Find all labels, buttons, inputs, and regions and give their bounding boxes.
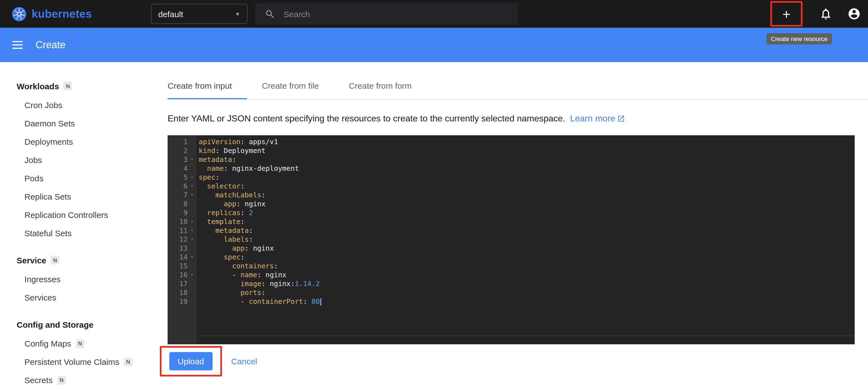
token: app <box>199 200 236 208</box>
new-badge: N <box>124 357 133 366</box>
fold-icon: ▾ <box>188 217 196 226</box>
code-text: ports: <box>196 288 266 297</box>
sidebar-item-jobs[interactable]: Jobs <box>0 151 154 169</box>
search-input[interactable] <box>284 9 495 19</box>
sidebar-item-daemon-sets[interactable]: Daemon Sets <box>0 114 154 133</box>
token: metadata <box>199 155 232 164</box>
code-line: 8 app: nginx <box>167 200 855 208</box>
fold-icon: ▾ <box>188 271 196 279</box>
new-badge: N <box>51 256 60 265</box>
token: : <box>261 288 266 296</box>
tab-create-from-form[interactable]: Create from form <box>334 73 427 99</box>
fold-spacer <box>188 244 196 253</box>
token: ports <box>199 288 261 296</box>
sidebar-section-config-and-storage[interactable]: Config and Storage <box>0 318 154 330</box>
main-content: Create from inputCreate from fileCreate … <box>154 62 868 387</box>
token: matchLabels <box>199 191 261 199</box>
kubernetes-dashboard: kubernetes default ▼ + Create new resour… <box>0 0 868 387</box>
sidebar-item-config-maps[interactable]: Config MapsN <box>0 334 154 353</box>
editor-hscrollbar[interactable] <box>196 336 855 336</box>
line-number: 12 <box>167 235 188 244</box>
sidebar-item-label: Replica Sets <box>24 192 71 201</box>
upload-button[interactable]: Upload <box>169 352 212 371</box>
code-text: replicas: 2 <box>196 208 253 217</box>
code-line: 12▾ labels: <box>167 235 855 244</box>
namespace-value: default <box>158 9 183 19</box>
code-text: template: <box>196 217 245 226</box>
token: : <box>241 182 245 190</box>
token: : <box>290 279 295 288</box>
line-number: 19 <box>167 297 188 306</box>
token: nginx <box>241 200 266 208</box>
namespace-select[interactable]: default ▼ <box>151 4 248 24</box>
topbar-actions: + <box>770 0 861 28</box>
sidebar-item-stateful-sets[interactable]: Stateful Sets <box>0 224 154 242</box>
text-cursor <box>320 298 321 306</box>
sidebar-item-label: Pods <box>24 174 43 183</box>
code-line: 14▾ spec: <box>167 253 855 262</box>
code-text: metadata: <box>196 155 237 164</box>
sidebar-item-deployments[interactable]: Deployments <box>0 133 154 151</box>
token: apps/v1 <box>245 138 278 146</box>
sidebar-section-label: Service <box>17 255 46 265</box>
sidebar-item-pods[interactable]: Pods <box>0 169 154 187</box>
fold-spacer <box>188 262 196 271</box>
sidebar-item-label: Jobs <box>24 155 42 165</box>
code-line: 11▾ metadata: <box>167 226 855 235</box>
sidebar-section-service[interactable]: ServiceN <box>0 254 154 266</box>
sidebar-item-persistent-volume-claims[interactable]: Persistent Volume ClaimsN <box>0 353 154 371</box>
fold-spacer <box>188 208 196 217</box>
token: : <box>245 244 249 252</box>
menu-button[interactable] <box>12 39 23 51</box>
create-resource-button[interactable]: + <box>779 7 794 21</box>
tab-create-from-input[interactable]: Create from input <box>167 73 247 99</box>
token: spec <box>199 173 215 181</box>
fold-spacer <box>188 288 196 297</box>
line-number: 13 <box>167 244 188 253</box>
line-number: 6 <box>167 182 188 191</box>
line-number: 14 <box>167 253 188 262</box>
code-line: 9 replicas: 2 <box>167 208 855 217</box>
sidebar-item-label: Replication Controllers <box>24 210 108 219</box>
notifications-button[interactable] <box>819 7 833 21</box>
fold-icon: ▾ <box>188 182 196 191</box>
token: 1.14.2 <box>295 279 320 288</box>
account-button[interactable] <box>847 7 861 21</box>
code-text: spec: <box>196 173 219 182</box>
tab-create-from-file[interactable]: Create from file <box>247 73 334 99</box>
sidebar-item-label: Persistent Volume Claims <box>24 357 119 366</box>
token: nginx-deployment <box>228 164 299 172</box>
token: : <box>215 146 219 155</box>
code-text: containers: <box>196 262 278 271</box>
learn-more-link[interactable]: Learn more <box>570 114 616 123</box>
code-text: matchLabels: <box>196 191 266 200</box>
new-badge: N <box>75 339 84 348</box>
token: : <box>241 208 245 217</box>
token: : <box>241 217 245 226</box>
brand-home-link[interactable]: kubernetes <box>12 6 92 21</box>
fold-spacer <box>188 164 196 173</box>
line-number: 2 <box>167 146 188 155</box>
instruction-body: Enter YAML or JSON content specifying th… <box>167 114 565 123</box>
sidebar-item-services[interactable]: Services <box>0 288 154 307</box>
code-line: 4 name: nginx-deployment <box>167 164 855 173</box>
fold-icon: ▾ <box>188 191 196 200</box>
token: : <box>249 226 253 235</box>
sidebar-item-secrets[interactable]: SecretsN <box>0 371 154 387</box>
sidebar-item-cron-jobs[interactable]: Cron Jobs <box>0 96 154 114</box>
yaml-editor[interactable]: 1apiVersion: apps/v12kind: Deployment3▾m… <box>167 135 855 344</box>
token: name <box>241 271 257 279</box>
code-line: 13 app: nginx <box>167 244 855 253</box>
fold-spacer <box>188 138 196 146</box>
sidebar-item-ingresses[interactable]: Ingresses <box>0 270 154 288</box>
chevron-down-icon: ▼ <box>235 11 240 17</box>
sidebar-item-label: Daemon Sets <box>24 119 75 128</box>
sidebar-section-workloads[interactable]: WorkloadsN <box>0 80 154 92</box>
cancel-button[interactable]: Cancel <box>231 356 257 366</box>
token: nginx <box>249 244 274 252</box>
fold-spacer <box>188 297 196 306</box>
sidebar-item-label: Deployments <box>24 137 73 146</box>
sidebar-item-replication-controllers[interactable]: Replication Controllers <box>0 206 154 224</box>
sidebar-item-replica-sets[interactable]: Replica Sets <box>0 187 154 206</box>
search-bar[interactable] <box>255 3 518 24</box>
